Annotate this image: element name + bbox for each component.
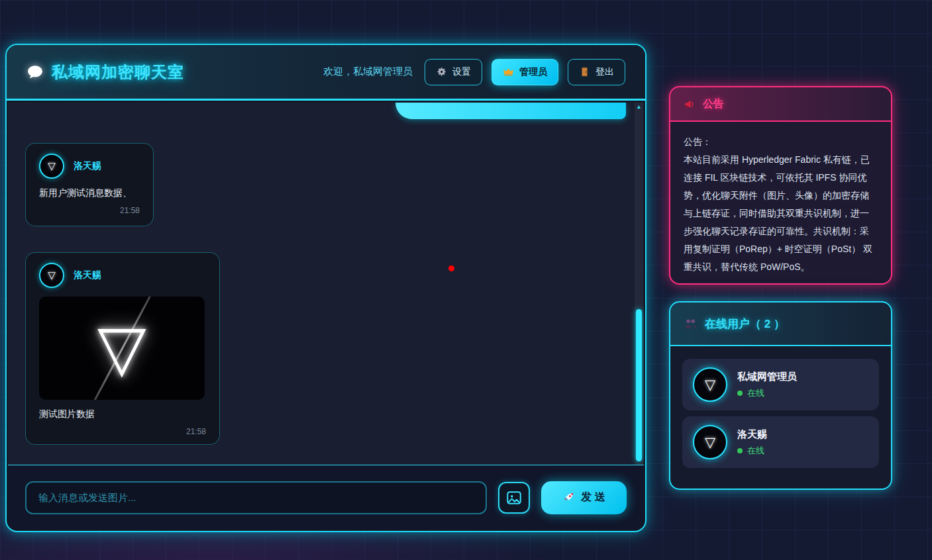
attach-image-button[interactable] xyxy=(498,482,530,514)
message-head: ▽ 洛天赐 xyxy=(39,263,206,288)
admin-label: 管理员 xyxy=(519,66,547,78)
online-status-dot xyxy=(737,448,743,453)
logout-button[interactable]: 登出 xyxy=(568,59,625,85)
partial-self-message-bubble xyxy=(395,103,626,119)
avatar: ▽ xyxy=(39,154,64,179)
user-status: 在线 xyxy=(737,445,767,457)
scroll-down-arrow-icon[interactable]: ▼ xyxy=(635,456,643,464)
chat-scrollbar[interactable]: ▲ ▼ xyxy=(635,103,643,465)
picture-icon xyxy=(505,489,523,506)
users-icon xyxy=(684,317,698,331)
chat-bubble-icon xyxy=(26,64,44,81)
message-username: 洛天赐 xyxy=(74,160,101,172)
user-info: 洛天赐 在线 xyxy=(737,428,767,457)
message-timestamp: 21:58 xyxy=(39,427,206,436)
online-users-title: 在线用户（ 2 ） xyxy=(705,316,785,332)
header-actions: 欢迎，私域网管理员 设置 管理员 登出 xyxy=(323,59,625,85)
announcement-body: 公告： 本站目前采用 Hyperledger Fabric 私有链，已连接 FI… xyxy=(670,122,891,287)
admin-button[interactable]: 管理员 xyxy=(492,59,558,85)
scroll-up-arrow-icon[interactable]: ▲ xyxy=(635,103,643,111)
door-icon xyxy=(579,66,590,77)
list-item[interactable]: ▽ 私域网管理员 在线 xyxy=(682,359,879,410)
composer-bar: 发 送 xyxy=(8,465,644,530)
online-users-list: ▽ 私域网管理员 在线 ▽ 洛天赐 在线 xyxy=(670,346,891,481)
message-username: 洛天赐 xyxy=(74,269,101,281)
scrollbar-thumb[interactable] xyxy=(636,309,642,461)
status-label: 在线 xyxy=(747,387,764,399)
announcement-panel: 公告 公告： 本站目前采用 Hyperledger Fabric 私有链，已连接… xyxy=(669,86,892,285)
logout-label: 登出 xyxy=(595,66,614,78)
announcement-header: 公告 xyxy=(670,87,891,122)
status-label: 在线 xyxy=(747,445,764,457)
message-input[interactable] xyxy=(25,481,487,514)
user-info: 私域网管理员 在线 xyxy=(737,371,797,399)
chat-panel: 私域网加密聊天室 欢迎，私域网管理员 设置 管理员 xyxy=(5,44,647,532)
chat-header: 私域网加密聊天室 欢迎，私域网管理员 设置 管理员 xyxy=(7,45,645,101)
send-button[interactable]: 发 送 xyxy=(541,481,627,514)
avatar: ▽ xyxy=(693,425,727,459)
online-users-panel: 在线用户（ 2 ） ▽ 私域网管理员 在线 ▽ 洛天赐 在线 xyxy=(669,301,892,490)
avatar: ▽ xyxy=(39,263,64,288)
page-title: 私域网加密聊天室 xyxy=(52,62,184,83)
send-label: 发 送 xyxy=(581,490,605,504)
rocket-icon xyxy=(562,491,575,504)
title-wrap: 私域网加密聊天室 xyxy=(26,62,184,83)
settings-label: 设置 xyxy=(452,66,471,78)
announcement-title: 公告 xyxy=(703,97,724,111)
welcome-text: 欢迎，私域网管理员 xyxy=(323,66,413,78)
message-image-attachment[interactable]: ▽ xyxy=(39,297,205,400)
message-text: 新用户测试消息数据、 xyxy=(39,187,140,199)
gear-icon xyxy=(436,66,447,77)
message-list[interactable]: ▽ 洛天赐 新用户测试消息数据、 21:58 ▽ 洛天赐 ▽ 测试图片数据 21… xyxy=(8,103,644,467)
message-timestamp: 21:58 xyxy=(39,206,140,215)
user-name: 私域网管理员 xyxy=(737,371,797,383)
megaphone-icon xyxy=(684,98,696,111)
message-bubble: ▽ 洛天赐 ▽ 测试图片数据 21:58 xyxy=(25,252,220,445)
avatar: ▽ xyxy=(693,367,727,402)
settings-button[interactable]: 设置 xyxy=(425,59,482,85)
message-head: ▽ 洛天赐 xyxy=(39,154,140,179)
message-text: 测试图片数据 xyxy=(39,408,206,420)
user-name: 洛天赐 xyxy=(737,428,767,441)
crown-icon xyxy=(503,66,514,77)
user-status: 在线 xyxy=(737,387,797,399)
online-status-dot xyxy=(737,391,743,396)
list-item[interactable]: ▽ 洛天赐 在线 xyxy=(682,416,879,468)
message-bubble: ▽ 洛天赐 新用户测试消息数据、 21:58 xyxy=(25,143,154,226)
red-dot-indicator xyxy=(448,265,454,271)
online-users-header: 在线用户（ 2 ） xyxy=(670,303,891,346)
